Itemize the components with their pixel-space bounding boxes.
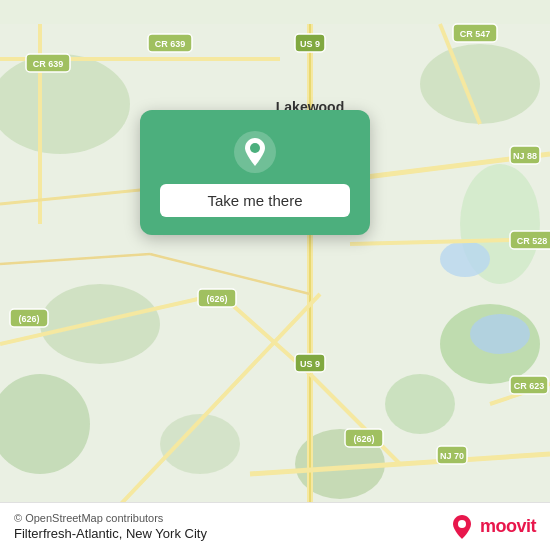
svg-text:(626): (626) xyxy=(353,434,374,444)
location-label: Filterfresh-Atlantic, New York City xyxy=(14,526,207,541)
moovit-logo: moovit xyxy=(448,513,536,541)
svg-text:(626): (626) xyxy=(18,314,39,324)
bottom-bar: © OpenStreetMap contributors Filterfresh… xyxy=(0,502,550,550)
svg-point-2 xyxy=(420,44,540,124)
map-container: CR 639 US 9 NJ 88 CR 528 (626) (626) US … xyxy=(0,0,550,550)
svg-text:NJ 70: NJ 70 xyxy=(440,451,464,461)
copyright-text: © OpenStreetMap contributors xyxy=(14,512,207,524)
svg-text:NJ 88: NJ 88 xyxy=(513,151,537,161)
svg-text:(626): (626) xyxy=(206,294,227,304)
svg-point-10 xyxy=(440,241,490,277)
svg-point-5 xyxy=(385,374,455,434)
svg-text:CR 639: CR 639 xyxy=(155,39,186,49)
svg-point-11 xyxy=(470,314,530,354)
svg-text:CR 528: CR 528 xyxy=(517,236,548,246)
svg-point-56 xyxy=(458,520,466,528)
moovit-icon xyxy=(448,513,476,541)
moovit-text: moovit xyxy=(480,516,536,537)
svg-text:US 9: US 9 xyxy=(300,359,320,369)
pin-icon xyxy=(233,130,277,174)
svg-point-6 xyxy=(40,284,160,364)
map-background: CR 639 US 9 NJ 88 CR 528 (626) (626) US … xyxy=(0,0,550,550)
svg-text:CR 547: CR 547 xyxy=(460,29,491,39)
location-card: Take me there xyxy=(140,110,370,235)
bottom-left-info: © OpenStreetMap contributors Filterfresh… xyxy=(14,512,207,541)
take-me-there-button[interactable]: Take me there xyxy=(160,184,350,217)
svg-text:US 9: US 9 xyxy=(300,39,320,49)
svg-point-55 xyxy=(250,143,260,153)
svg-text:CR 623: CR 623 xyxy=(514,381,545,391)
svg-text:CR 639: CR 639 xyxy=(33,59,64,69)
